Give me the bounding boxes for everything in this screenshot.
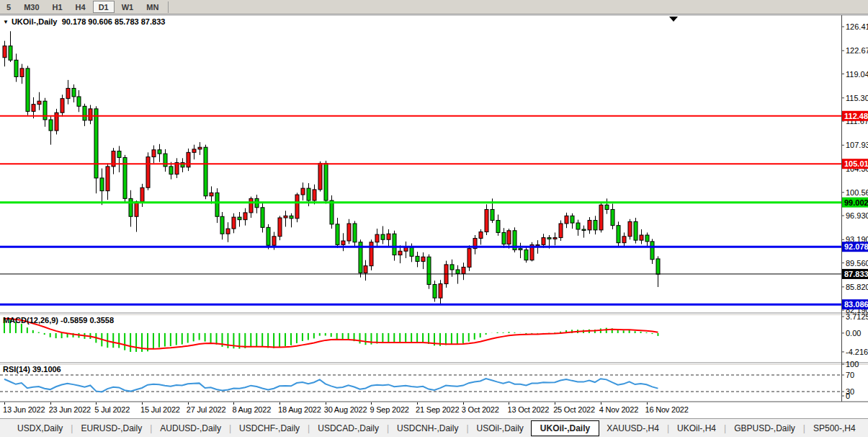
rsi-name: RSI(14) [3,365,30,374]
candlestick [628,221,632,236]
rsi-line [4,379,658,392]
candlestick [622,237,626,243]
symbol-tab-usdcad-daily[interactable]: USDCAD-,Daily [310,421,386,436]
candlestick [198,147,202,149]
date-tick [142,402,143,405]
axis-tick-label: 85.820 [846,283,868,291]
candlestick [542,238,545,245]
date-label: 18 Aug 2022 [278,405,321,414]
date-tick [4,402,5,405]
candlestick [37,101,41,104]
rsi-indicator-label: RSI(14) 39.1006 [3,365,61,374]
candlestick [433,284,437,298]
candlestick [640,235,643,240]
candlestick [66,88,70,98]
candlestick [164,154,167,167]
candlestick [49,120,53,131]
symbol-tab-xauusd-h4[interactable]: XAUUSD-,H4 [599,421,666,436]
candlestick [588,221,591,230]
chart-menu-icon[interactable]: ▼ [3,19,9,25]
date-label: 9 Sep 2022 [370,405,408,414]
candlestick [243,213,247,220]
candlestick [559,224,563,238]
candlestick [330,200,334,224]
symbol-tab-usdchf-daily[interactable]: USDCHF-,Daily [232,421,307,436]
symbol-tab-usdcnh-daily[interactable]: USDCNH-,Daily [390,421,465,436]
candlestick [226,229,230,234]
date-label: 25 Oct 2022 [553,405,595,414]
symbol-tab-usdx-daily[interactable]: USDX,Daily [10,421,70,436]
candlestick [634,221,637,240]
candlestick [20,69,24,77]
axis-tick-label: 115.300 [846,94,868,102]
terminal-window: 5M30H1H4D1W1MN ▼UKOil-,Daily 90.178 90.6… [0,0,868,437]
candlestick [519,249,522,250]
candlestick [210,193,213,195]
symbol-tab-sp500-h4[interactable]: SP500-,H4 [806,421,863,436]
candlestick [3,46,6,58]
candlestick [605,205,609,209]
candlestick [565,216,568,224]
candlestick [496,221,500,233]
candlestick [106,167,109,191]
date-tick [279,402,280,405]
date-label: 13 Jun 2022 [3,405,45,414]
candlestick [192,149,196,152]
symbol-tab-ukoil-h4[interactable]: UKOil-,H4 [670,421,723,436]
candlestick [599,205,603,230]
candlestick [290,216,293,218]
date-label: 15 Jul 2022 [140,405,180,414]
candlestick [341,241,345,244]
candlestick [72,88,76,97]
timeframe-button-5[interactable]: 5 [1,1,17,13]
candlestick [318,163,322,189]
candlestick [393,234,396,255]
date-tick [601,402,601,405]
date-tick [647,402,648,405]
date-label: 23 Jun 2022 [49,405,91,414]
price-badge-label: 87.833 [844,270,868,278]
date-label: 27 Jul 2022 [187,405,226,414]
date-tick [233,402,234,405]
candlestick [576,223,580,229]
candlestick [547,238,551,239]
candlestick [249,198,253,213]
candlestick [456,270,460,273]
candlestick [467,249,471,268]
date-axis[interactable]: 13 Jun 202223 Jun 20225 Jul 202215 Jul 2… [0,402,868,418]
timeframe-button-W1[interactable]: W1 [116,1,140,13]
candlestick [295,195,299,218]
candlestick [485,209,488,231]
candlestick [77,97,81,106]
candlestick [421,257,425,261]
chart-area[interactable]: ▼UKOil-,Daily 90.178 90.606 85.783 87.83… [0,14,868,402]
timeframe-button-H4[interactable]: H4 [70,1,91,13]
candlestick [94,109,98,178]
price-badge-label: 112.488 [844,112,868,120]
candlestick [536,244,540,246]
symbol-tab-eurusd-daily[interactable]: EURUSD-,Daily [73,421,149,436]
symbol-tab-ukoil-daily[interactable]: UKOil-,Daily [531,420,599,436]
axis-tick-label: 0.00 [846,329,861,337]
candlestick [169,167,173,175]
candlestick [9,46,12,61]
timeframe-button-MN[interactable]: MN [140,1,164,13]
candlestick [215,193,219,216]
candlestick [410,247,413,256]
symbol-tab-usoil-daily[interactable]: USOil-,Daily [470,421,531,436]
axis-tick-label: 89.560 [846,259,868,268]
axis-tick-label: 107.930 [846,141,868,149]
price-badge-label: 83.086 [844,300,868,309]
timeframe-button-D1[interactable]: D1 [93,1,115,13]
timeframe-button-M30[interactable]: M30 [18,1,45,13]
symbol-tab-audusd-daily[interactable]: AUDUSD-,Daily [153,421,228,436]
axis-tick-label: 100.560 [846,188,868,197]
axis-tick-label: 126.410 [846,22,868,31]
candlestick [284,216,287,218]
timeframe-button-H1[interactable]: H1 [47,1,68,13]
last-bar-marker-icon[interactable] [669,17,678,22]
candlestick [427,257,431,284]
candlestick [43,101,47,120]
symbol-tab-gbpusd-daily[interactable]: GBPUSD-,Daily [727,421,802,436]
price-chart-canvas[interactable]: 126.410122.670119.040115.300111.670107.9… [0,14,868,402]
